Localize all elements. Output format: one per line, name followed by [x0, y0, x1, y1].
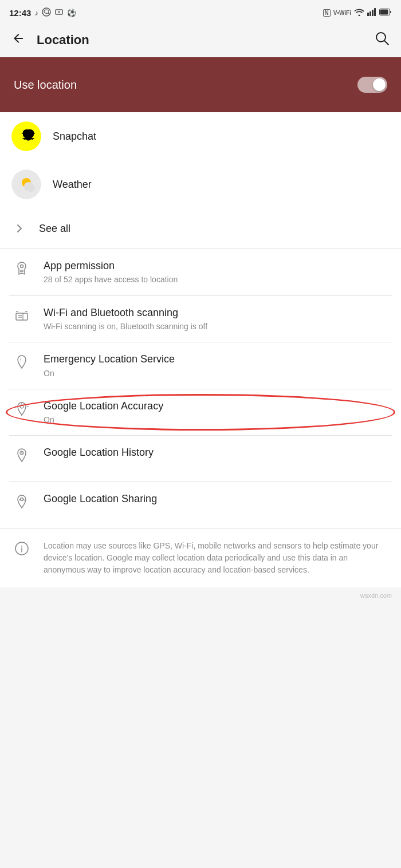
app-permission-item[interactable]: App permission 28 of 52 apps have access… — [0, 249, 401, 295]
svg-point-34 — [21, 546, 22, 547]
vowifi-icon: V•WiFi — [333, 10, 351, 16]
emergency-location-item[interactable]: ! Emergency Location Service On — [0, 342, 401, 389]
use-location-label: Use location — [14, 78, 77, 92]
footer-text: Location may use sources like GPS, Wi-Fi… — [44, 540, 390, 576]
other-icon — [54, 7, 64, 18]
svg-line-31 — [22, 453, 23, 455]
back-button[interactable] — [9, 29, 27, 51]
svg-rect-4 — [369, 11, 371, 16]
watermark: wsxdn.com — [0, 587, 401, 603]
svg-rect-8 — [380, 9, 388, 14]
see-all-item[interactable]: See all — [0, 208, 401, 248]
chevron-right-icon — [11, 220, 27, 236]
svg-line-10 — [384, 41, 388, 45]
google-location-accuracy-text: Google Location Accuracy On — [44, 400, 163, 425]
content-area: Snapchat Weather See all — [0, 112, 401, 587]
soccer-icon: ⚽ — [67, 9, 76, 17]
google-location-accuracy-icon — [11, 401, 32, 417]
info-icon — [11, 541, 32, 556]
google-location-history-icon — [11, 447, 32, 463]
toggle-switch[interactable] — [357, 77, 387, 93]
google-location-sharing-title: Google Location Sharing — [44, 492, 157, 506]
google-location-sharing-text: Google Location Sharing — [44, 492, 157, 506]
snapchat-icon — [11, 121, 41, 151]
google-location-history-item[interactable]: Google Location History — [0, 436, 401, 482]
nfc-icon: N — [323, 9, 331, 17]
signal-icon — [367, 8, 376, 18]
status-left: 12:43 ♪ ⚽ — [9, 7, 76, 18]
svg-point-13 — [27, 184, 35, 192]
weather-icon-wrapper — [11, 169, 41, 199]
search-button[interactable] — [372, 29, 392, 52]
list-item[interactable]: Weather — [0, 160, 401, 208]
wifi-bluetooth-text: Wi-Fi and Bluetooth scanning Wi-Fi scann… — [44, 306, 207, 332]
wifi-bluetooth-subtitle: Wi-Fi scanning is on, Bluetooth scanning… — [44, 321, 207, 332]
emergency-location-icon: ! — [11, 354, 32, 370]
wifi-icon — [354, 8, 364, 18]
wifi-bluetooth-icon — [11, 307, 32, 323]
use-location-toggle[interactable] — [357, 77, 387, 93]
app-permission-title: App permission — [44, 259, 178, 273]
app-bar-left: Location — [9, 29, 89, 51]
wifi-bluetooth-title: Wi-Fi and Bluetooth scanning — [44, 306, 207, 319]
footer-info: Location may use sources like GPS, Wi-Fi… — [0, 528, 401, 587]
music-icon: ♪ — [34, 9, 38, 17]
svg-text:!: ! — [20, 357, 22, 362]
svg-rect-17 — [16, 313, 27, 320]
svg-rect-5 — [372, 10, 374, 16]
svg-point-2 — [58, 11, 60, 13]
google-location-sharing-item[interactable]: Google Location Sharing — [0, 482, 401, 528]
svg-point-14 — [21, 265, 23, 268]
google-location-accuracy-subtitle: On — [44, 415, 163, 425]
toggle-thumb — [373, 78, 386, 91]
svg-rect-3 — [367, 13, 369, 16]
status-right: N V•WiFi — [323, 8, 392, 18]
weather-label: Weather — [53, 179, 92, 191]
svg-point-0 — [42, 8, 50, 16]
google-location-accuracy-item[interactable]: Google Location Accuracy On — [0, 389, 401, 436]
status-time: 12:43 — [9, 8, 31, 18]
weather-icon — [11, 169, 41, 199]
snapchat-label: Snapchat — [53, 131, 96, 143]
app-bar: Location — [0, 23, 401, 57]
google-location-sharing-icon — [11, 494, 32, 510]
emergency-location-subtitle: On — [44, 368, 175, 378]
use-location-banner[interactable]: Use location — [0, 57, 401, 112]
page-title: Location — [37, 33, 89, 48]
google-location-accuracy-title: Google Location Accuracy — [44, 400, 163, 413]
status-bar: 12:43 ♪ ⚽ N V•WiFi — [0, 0, 401, 23]
svg-point-24 — [20, 405, 23, 408]
svg-rect-6 — [374, 8, 376, 16]
list-item[interactable]: Snapchat — [0, 112, 401, 160]
emergency-location-title: Emergency Location Service — [44, 353, 175, 366]
app-permission-subtitle: 28 of 52 apps have access to location — [44, 274, 178, 285]
app-permission-text: App permission 28 of 52 apps have access… — [44, 259, 178, 285]
google-location-history-title: Google Location History — [44, 446, 154, 459]
battery-icon — [379, 9, 392, 17]
whatsapp-icon — [42, 7, 51, 18]
see-all-label: See all — [39, 223, 70, 235]
emergency-location-text: Emergency Location Service On — [44, 353, 175, 378]
google-location-history-text: Google Location History — [44, 446, 154, 459]
app-permission-icon — [11, 261, 32, 277]
snapchat-icon-wrapper — [11, 121, 41, 151]
wifi-bluetooth-item[interactable]: Wi-Fi and Bluetooth scanning Wi-Fi scann… — [0, 296, 401, 342]
svg-point-32 — [21, 498, 23, 501]
